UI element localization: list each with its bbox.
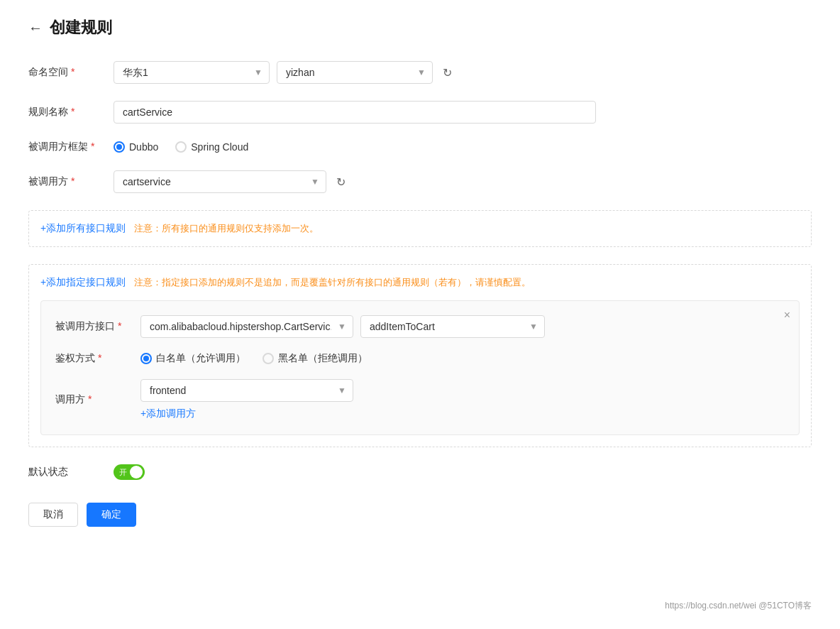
add-specific-interface-rule-link[interactable]: +添加指定接口规则 xyxy=(40,276,126,289)
toggle-knob xyxy=(130,466,143,478)
footer-buttons: 取消 确定 xyxy=(28,503,812,527)
callee-select-wrapper: cartservice ▼ xyxy=(114,170,326,193)
callee-interface-label: 被调用方接口 xyxy=(55,320,140,333)
interface-select2-wrapper: addItemToCart ▼ xyxy=(360,315,545,338)
rule-name-label: 规则名称 xyxy=(28,106,114,119)
rule-card-close-button[interactable]: × xyxy=(784,310,790,321)
status-toggle[interactable]: 开 xyxy=(114,464,145,480)
spring-cloud-radio-icon xyxy=(175,141,187,153)
caller-select-wrapper: frontend ▼ xyxy=(140,379,353,402)
auth-label: 鉴权方式 xyxy=(55,352,140,365)
all-interface-rule-row: +添加所有接口规则 注意：所有接口的通用规则仅支持添加一次。 xyxy=(40,222,800,235)
framework-control: Dubbo Spring Cloud xyxy=(114,141,812,153)
framework-radio-group: Dubbo Spring Cloud xyxy=(114,141,248,153)
framework-dubbo-option[interactable]: Dubbo xyxy=(114,141,158,153)
framework-row: 被调用方框架 Dubbo Spring Cloud xyxy=(28,141,812,153)
add-caller-link[interactable]: +添加调用方 xyxy=(140,408,353,420)
rule-name-input[interactable] xyxy=(114,101,596,124)
callee-refresh-button[interactable]: ↻ xyxy=(333,173,348,192)
callee-control: cartservice ▼ ↻ xyxy=(114,170,812,193)
cancel-button[interactable]: 取消 xyxy=(28,503,78,527)
namespace-region-select[interactable]: 华东1 xyxy=(114,61,270,84)
callee-select[interactable]: cartservice xyxy=(114,170,326,193)
specific-rule-card: × 被调用方接口 com.alibabacloud.hipstershop.Ca… xyxy=(40,300,800,435)
confirm-button[interactable]: 确定 xyxy=(87,503,136,527)
caller-control: frontend ▼ +添加调用方 xyxy=(140,379,785,420)
all-interface-rules-container: +添加所有接口规则 注意：所有接口的通用规则仅支持添加一次。 xyxy=(28,210,812,247)
namespace-label: 命名空间 xyxy=(28,66,114,79)
dubbo-radio-icon xyxy=(114,141,125,153)
default-status-row: 默认状态 开 xyxy=(28,464,812,480)
toggle-wrapper: 开 xyxy=(114,464,145,480)
specific-interface-rules-container: +添加指定接口规则 注意：指定接口添加的规则不是追加，而是覆盖针对所有接口的通用… xyxy=(28,264,812,447)
all-interface-warning-text: 注意：所有接口的通用规则仅支持添加一次。 xyxy=(134,222,319,235)
footer-note: https://blog.csdn.net/wei @51CTO博客 xyxy=(665,600,812,612)
auth-row: 鉴权方式 白名单（允许调用） 黑名单（拒绝调用） xyxy=(55,352,785,365)
blacklist-option[interactable]: 黑名单（拒绝调用） xyxy=(262,352,368,365)
back-button[interactable]: ← xyxy=(28,20,43,36)
auth-radio-group: 白名单（允许调用） 黑名单（拒绝调用） xyxy=(140,352,368,365)
specific-rule-header: +添加指定接口规则 注意：指定接口添加的规则不是追加，而是覆盖针对所有接口的通用… xyxy=(40,276,800,289)
namespace-region-wrapper: 华东1 ▼ xyxy=(114,61,270,84)
callee-interface-control: com.alibabacloud.hipstershop.CartServic.… xyxy=(140,315,785,338)
namespace-refresh-button[interactable]: ↻ xyxy=(440,63,455,82)
caller-row: 调用方 frontend ▼ +添加调用方 xyxy=(55,379,785,420)
namespace-row: 命名空间 华东1 ▼ yizhan ▼ ↻ xyxy=(28,61,812,84)
toggle-on-text: 开 xyxy=(119,467,127,478)
add-all-interface-rule-link[interactable]: +添加所有接口规则 xyxy=(40,222,126,235)
specific-interface-warning-text: 注意：指定接口添加的规则不是追加，而是覆盖针对所有接口的通用规则（若有），请谨慎… xyxy=(134,276,531,289)
dubbo-label: Dubbo xyxy=(129,141,158,153)
auth-control: 白名单（允许调用） 黑名单（拒绝调用） xyxy=(140,352,785,365)
namespace-id-select[interactable]: yizhan xyxy=(277,61,433,84)
page-title: 创建规则 xyxy=(50,17,112,38)
interface-class-select[interactable]: com.alibabacloud.hipstershop.CartServic.… xyxy=(140,315,353,338)
blacklist-radio-icon xyxy=(262,353,274,364)
rule-name-control xyxy=(114,101,812,124)
status-label: 默认状态 xyxy=(28,466,114,478)
interface-method-select[interactable]: addItemToCart xyxy=(360,315,545,338)
caller-label: 调用方 xyxy=(55,393,140,406)
framework-spring-cloud-option[interactable]: Spring Cloud xyxy=(175,141,248,153)
whitelist-radio-icon xyxy=(140,353,152,364)
framework-label: 被调用方框架 xyxy=(28,141,114,153)
callee-label: 被调用方 xyxy=(28,175,114,188)
caller-select[interactable]: frontend xyxy=(140,379,353,402)
rule-name-row: 规则名称 xyxy=(28,101,812,124)
whitelist-option[interactable]: 白名单（允许调用） xyxy=(140,352,245,365)
namespace-control: 华东1 ▼ yizhan ▼ ↻ xyxy=(114,61,812,84)
caller-section: frontend ▼ +添加调用方 xyxy=(140,379,353,420)
interface-select1-wrapper: com.alibabacloud.hipstershop.CartServic.… xyxy=(140,315,353,338)
namespace-id-wrapper: yizhan ▼ xyxy=(277,61,433,84)
blacklist-label: 黑名单（拒绝调用） xyxy=(278,352,368,365)
callee-interface-row: 被调用方接口 com.alibabacloud.hipstershop.Cart… xyxy=(55,315,785,338)
callee-row: 被调用方 cartservice ▼ ↻ xyxy=(28,170,812,193)
spring-cloud-label: Spring Cloud xyxy=(191,141,248,153)
whitelist-label: 白名单（允许调用） xyxy=(156,352,245,365)
create-rule-form: 命名空间 华东1 ▼ yizhan ▼ ↻ 规则名称 xyxy=(28,61,812,527)
